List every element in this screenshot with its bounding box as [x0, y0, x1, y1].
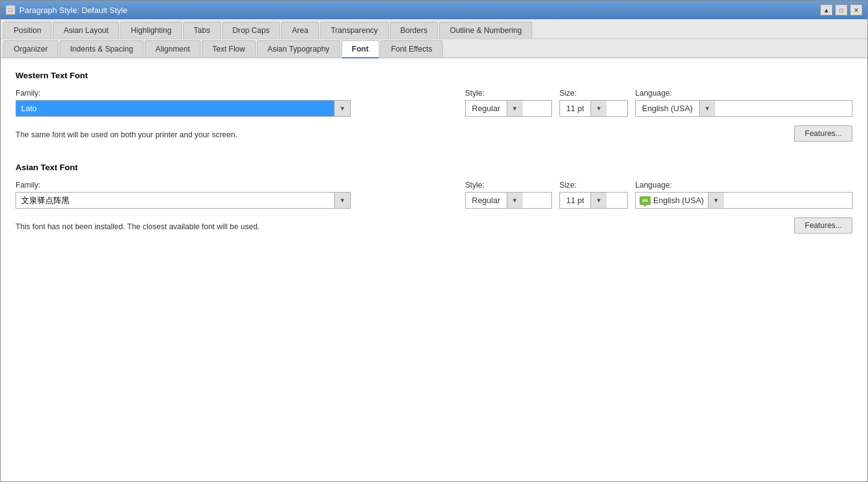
western-info-features-row: The same font will be used on both your …	[16, 123, 852, 144]
asian-family-input-wrapper: ▼	[16, 192, 351, 209]
asian-language-value: English (USA)	[653, 196, 704, 205]
western-section: Western Text Font Family: ▼ Style: Regul…	[16, 71, 852, 144]
western-language-value: English (USA)	[636, 101, 699, 116]
western-section-title: Western Text Font	[16, 71, 852, 80]
western-style-label: Style:	[465, 89, 552, 98]
asian-size-select[interactable]: 11 pt ▼	[559, 192, 628, 209]
tab-position[interactable]: Position	[3, 22, 52, 39]
asian-language-group: Language: ab English (USA) ▼	[635, 181, 852, 209]
western-style-select[interactable]: Regular ▼	[465, 100, 552, 117]
tab-tabs[interactable]: Tabs	[183, 22, 220, 39]
tab-font-effects[interactable]: Font Effects	[381, 40, 443, 57]
tab-transparency[interactable]: Transparency	[320, 22, 389, 39]
western-language-label: Language:	[635, 89, 852, 98]
tab-asian-layout[interactable]: Asian Layout	[53, 22, 119, 39]
tab-alignment[interactable]: Alignment	[145, 40, 201, 57]
tab-drop-caps[interactable]: Drop Caps	[222, 22, 281, 39]
asian-family-input[interactable]	[16, 193, 334, 208]
western-language-group: Language: English (USA) ▼	[635, 89, 852, 117]
tab-organizer[interactable]: Organizer	[3, 40, 58, 57]
asian-style-value: Regular	[466, 193, 507, 208]
asian-style-label: Style:	[465, 181, 552, 189]
minimize-button[interactable]: ▲	[820, 4, 833, 16]
asian-language-label: Language:	[635, 181, 852, 189]
western-style-arrow[interactable]: ▼	[507, 101, 523, 116]
tab-borders[interactable]: Borders	[390, 22, 438, 39]
title-bar-left: □ Paragraph Style: Default Style	[6, 5, 127, 15]
tab-text-flow[interactable]: Text Flow	[202, 40, 256, 57]
maximize-button[interactable]: □	[835, 4, 848, 16]
western-family-input-wrapper: ▼	[16, 100, 351, 117]
western-family-dropdown-arrow[interactable]: ▼	[334, 101, 350, 116]
tab-area[interactable]: Area	[281, 22, 319, 39]
asian-language-arrow[interactable]: ▼	[708, 193, 724, 208]
asian-family-label: Family:	[16, 181, 458, 189]
title-bar: □ Paragraph Style: Default Style ▲ □ ✕	[1, 1, 867, 19]
asian-section-title: Asian Text Font	[16, 163, 852, 172]
western-size-arrow[interactable]: ▼	[590, 101, 607, 116]
western-info-text: The same font will be used on both your …	[16, 130, 237, 139]
asian-info-features-row: This font has not been installed. The cl…	[16, 215, 852, 236]
asian-section: Asian Text Font Family: ▼ Style: Regular…	[16, 163, 852, 236]
asian-features-button[interactable]: Features...	[794, 217, 852, 234]
close-button[interactable]: ✕	[850, 4, 862, 16]
western-family-label: Family:	[16, 89, 458, 98]
western-features-button[interactable]: Features...	[794, 125, 852, 142]
section-separator	[16, 144, 852, 163]
tab-asian-typography[interactable]: Asian Typography	[257, 40, 340, 57]
window-icon: □	[6, 5, 16, 15]
window-title: Paragraph Style: Default Style	[19, 6, 127, 15]
asian-size-label: Size:	[559, 181, 628, 189]
western-style-value: Regular	[466, 101, 507, 116]
western-size-select[interactable]: 11 pt ▼	[559, 100, 628, 117]
tab-highlighting[interactable]: Highlighting	[120, 22, 182, 39]
asian-size-value: 11 pt	[560, 193, 590, 208]
western-size-value: 11 pt	[560, 101, 590, 116]
asian-language-value-with-icon: ab English (USA)	[636, 193, 708, 208]
asian-language-select[interactable]: ab English (USA) ▼	[635, 192, 852, 209]
western-family-input[interactable]	[16, 101, 334, 116]
asian-style-group: Style: Regular ▼	[465, 181, 552, 209]
tab-outline-numbering[interactable]: Outline & Numbering	[439, 22, 532, 39]
tab-indents-spacing[interactable]: Indents & Spacing	[60, 40, 143, 57]
title-bar-controls: ▲ □ ✕	[820, 4, 862, 16]
tabs-row1: Position Asian Layout Highlighting Tabs …	[1, 19, 867, 39]
western-language-arrow[interactable]: ▼	[699, 101, 715, 116]
asian-size-group: Size: 11 pt ▼	[559, 181, 628, 209]
western-family-group: Family: ▼	[16, 89, 458, 117]
western-language-select[interactable]: English (USA) ▼	[635, 100, 852, 117]
asian-fields-row: Family: ▼ Style: Regular ▼ Size	[16, 181, 852, 209]
western-fields-row: Family: ▼ Style: Regular ▼ Size	[16, 89, 852, 117]
asian-style-arrow[interactable]: ▼	[507, 193, 523, 208]
language-ab-icon: ab	[640, 196, 651, 205]
tabs-row2: Organizer Indents & Spacing Alignment Te…	[1, 39, 867, 58]
western-size-label: Size:	[559, 89, 628, 98]
content-area: Western Text Font Family: ▼ Style: Regul…	[1, 58, 867, 481]
asian-style-select[interactable]: Regular ▼	[465, 192, 552, 209]
asian-info-text: This font has not been installed. The cl…	[16, 222, 260, 231]
western-style-group: Style: Regular ▼	[465, 89, 552, 117]
asian-family-dropdown-arrow[interactable]: ▼	[334, 193, 350, 208]
asian-family-group: Family: ▼	[16, 181, 458, 209]
western-size-group: Size: 11 pt ▼	[559, 89, 628, 117]
tab-font[interactable]: Font	[341, 40, 379, 57]
main-window: □ Paragraph Style: Default Style ▲ □ ✕ P…	[0, 0, 868, 482]
asian-size-arrow[interactable]: ▼	[590, 193, 607, 208]
